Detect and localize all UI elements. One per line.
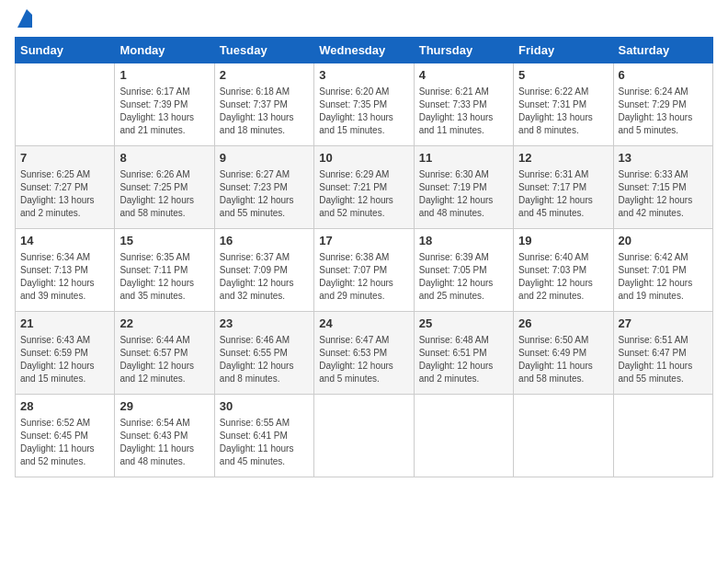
week-row-4: 21Sunrise: 6:43 AMSunset: 6:59 PMDayligh…	[16, 312, 713, 395]
calendar-cell: 10Sunrise: 6:29 AMSunset: 7:21 PMDayligh…	[314, 146, 414, 229]
calendar-cell: 26Sunrise: 6:50 AMSunset: 6:49 PMDayligh…	[514, 312, 613, 395]
calendar-cell: 12Sunrise: 6:31 AMSunset: 7:17 PMDayligh…	[514, 146, 613, 229]
logo-icon	[16, 9, 36, 29]
day-number: 1	[119, 67, 209, 84]
day-info: Sunrise: 6:26 AMSunset: 7:25 PMDaylight:…	[119, 168, 209, 220]
page-header	[15, 15, 713, 26]
day-number: 11	[419, 150, 508, 167]
calendar-cell: 7Sunrise: 6:25 AMSunset: 7:27 PMDaylight…	[16, 146, 115, 229]
calendar-cell: 15Sunrise: 6:35 AMSunset: 7:11 PMDayligh…	[115, 229, 214, 312]
day-number: 23	[220, 316, 309, 332]
day-number: 8	[119, 150, 209, 167]
day-number: 24	[319, 316, 408, 332]
day-number: 7	[20, 150, 109, 167]
day-info: Sunrise: 6:51 AMSunset: 6:47 PMDaylight:…	[619, 334, 708, 385]
day-number: 18	[419, 233, 508, 249]
day-number: 5	[518, 67, 608, 84]
day-info: Sunrise: 6:40 AMSunset: 7:03 PMDaylight:…	[518, 251, 608, 303]
calendar-cell: 19Sunrise: 6:40 AMSunset: 7:03 PMDayligh…	[514, 229, 613, 312]
day-info: Sunrise: 6:25 AMSunset: 7:27 PMDaylight:…	[20, 168, 109, 220]
day-number: 21	[20, 316, 109, 332]
day-info: Sunrise: 6:35 AMSunset: 7:11 PMDaylight:…	[119, 251, 209, 303]
week-row-2: 7Sunrise: 6:25 AMSunset: 7:27 PMDaylight…	[16, 146, 713, 229]
day-header-wednesday: Wednesday	[314, 38, 414, 63]
calendar-cell: 13Sunrise: 6:33 AMSunset: 7:15 PMDayligh…	[613, 146, 712, 229]
day-number: 26	[518, 316, 608, 332]
day-info: Sunrise: 6:34 AMSunset: 7:13 PMDaylight:…	[20, 251, 109, 303]
calendar-cell: 3Sunrise: 6:20 AMSunset: 7:35 PMDaylight…	[314, 63, 414, 146]
day-info: Sunrise: 6:48 AMSunset: 6:51 PMDaylight:…	[419, 334, 508, 385]
calendar-cell: 22Sunrise: 6:44 AMSunset: 6:57 PMDayligh…	[115, 312, 214, 395]
day-number: 6	[619, 67, 708, 84]
day-number: 28	[20, 398, 109, 415]
calendar-cell: 30Sunrise: 6:55 AMSunset: 6:41 PMDayligh…	[214, 395, 313, 477]
calendar-cell: 8Sunrise: 6:26 AMSunset: 7:25 PMDaylight…	[115, 146, 214, 229]
calendar-cell: 1Sunrise: 6:17 AMSunset: 7:39 PMDaylight…	[115, 63, 214, 146]
day-number: 22	[119, 316, 209, 332]
day-header-sunday: Sunday	[16, 38, 115, 63]
day-number: 9	[220, 150, 309, 167]
day-info: Sunrise: 6:43 AMSunset: 6:59 PMDaylight:…	[20, 334, 109, 385]
calendar-cell: 11Sunrise: 6:30 AMSunset: 7:19 PMDayligh…	[414, 146, 513, 229]
day-header-monday: Monday	[115, 38, 214, 63]
day-header-saturday: Saturday	[613, 38, 712, 63]
calendar-cell: 21Sunrise: 6:43 AMSunset: 6:59 PMDayligh…	[16, 312, 115, 395]
calendar-cell: 25Sunrise: 6:48 AMSunset: 6:51 PMDayligh…	[414, 312, 513, 395]
day-info: Sunrise: 6:44 AMSunset: 6:57 PMDaylight:…	[119, 334, 209, 385]
day-header-friday: Friday	[514, 38, 613, 63]
day-number: 15	[119, 233, 209, 249]
calendar-cell	[314, 395, 414, 477]
day-info: Sunrise: 6:47 AMSunset: 6:53 PMDaylight:…	[319, 334, 408, 385]
day-info: Sunrise: 6:24 AMSunset: 7:29 PMDaylight:…	[619, 86, 708, 137]
day-number: 17	[319, 233, 408, 249]
calendar-cell: 27Sunrise: 6:51 AMSunset: 6:47 PMDayligh…	[613, 312, 712, 395]
day-number: 16	[220, 233, 309, 249]
day-number: 14	[20, 233, 109, 249]
day-header-thursday: Thursday	[414, 38, 513, 63]
day-info: Sunrise: 6:55 AMSunset: 6:41 PMDaylight:…	[220, 417, 309, 468]
day-info: Sunrise: 6:21 AMSunset: 7:33 PMDaylight:…	[419, 86, 508, 137]
calendar-cell: 29Sunrise: 6:54 AMSunset: 6:43 PMDayligh…	[115, 395, 214, 477]
logo	[15, 15, 36, 26]
day-info: Sunrise: 6:52 AMSunset: 6:45 PMDaylight:…	[20, 417, 109, 468]
day-info: Sunrise: 6:33 AMSunset: 7:15 PMDaylight:…	[619, 168, 708, 220]
calendar-table: SundayMondayTuesdayWednesdayThursdayFrid…	[15, 37, 713, 477]
day-info: Sunrise: 6:54 AMSunset: 6:43 PMDaylight:…	[119, 417, 209, 468]
day-info: Sunrise: 6:30 AMSunset: 7:19 PMDaylight:…	[419, 168, 508, 220]
day-number: 10	[319, 150, 408, 167]
day-number: 25	[419, 316, 508, 332]
day-info: Sunrise: 6:17 AMSunset: 7:39 PMDaylight:…	[119, 86, 209, 137]
day-number: 3	[319, 67, 408, 84]
calendar-cell	[414, 395, 513, 477]
day-info: Sunrise: 6:31 AMSunset: 7:17 PMDaylight:…	[518, 168, 608, 220]
day-info: Sunrise: 6:18 AMSunset: 7:37 PMDaylight:…	[220, 86, 309, 137]
calendar-cell: 6Sunrise: 6:24 AMSunset: 7:29 PMDaylight…	[613, 63, 712, 146]
calendar-cell	[16, 63, 115, 146]
day-info: Sunrise: 6:50 AMSunset: 6:49 PMDaylight:…	[518, 334, 608, 385]
day-number: 13	[619, 150, 708, 167]
day-header-tuesday: Tuesday	[214, 38, 313, 63]
day-info: Sunrise: 6:46 AMSunset: 6:55 PMDaylight:…	[220, 334, 309, 385]
day-number: 12	[518, 150, 608, 167]
week-row-1: 1Sunrise: 6:17 AMSunset: 7:39 PMDaylight…	[16, 63, 713, 146]
calendar-cell	[613, 395, 712, 477]
day-info: Sunrise: 6:39 AMSunset: 7:05 PMDaylight:…	[419, 251, 508, 303]
day-info: Sunrise: 6:42 AMSunset: 7:01 PMDaylight:…	[619, 251, 708, 303]
week-row-3: 14Sunrise: 6:34 AMSunset: 7:13 PMDayligh…	[16, 229, 713, 312]
day-info: Sunrise: 6:27 AMSunset: 7:23 PMDaylight:…	[220, 168, 309, 220]
calendar-cell: 17Sunrise: 6:38 AMSunset: 7:07 PMDayligh…	[314, 229, 414, 312]
calendar-cell: 24Sunrise: 6:47 AMSunset: 6:53 PMDayligh…	[314, 312, 414, 395]
day-info: Sunrise: 6:38 AMSunset: 7:07 PMDaylight:…	[319, 251, 408, 303]
day-number: 27	[619, 316, 708, 332]
calendar-cell: 23Sunrise: 6:46 AMSunset: 6:55 PMDayligh…	[214, 312, 313, 395]
day-number: 29	[119, 398, 209, 415]
calendar-cell: 20Sunrise: 6:42 AMSunset: 7:01 PMDayligh…	[613, 229, 712, 312]
calendar-body: 1Sunrise: 6:17 AMSunset: 7:39 PMDaylight…	[16, 63, 713, 477]
day-info: Sunrise: 6:29 AMSunset: 7:21 PMDaylight:…	[319, 168, 408, 220]
calendar-cell: 18Sunrise: 6:39 AMSunset: 7:05 PMDayligh…	[414, 229, 513, 312]
day-info: Sunrise: 6:37 AMSunset: 7:09 PMDaylight:…	[220, 251, 309, 303]
calendar-cell: 28Sunrise: 6:52 AMSunset: 6:45 PMDayligh…	[16, 395, 115, 477]
day-info: Sunrise: 6:20 AMSunset: 7:35 PMDaylight:…	[319, 86, 408, 137]
day-number: 4	[419, 67, 508, 84]
calendar-cell: 2Sunrise: 6:18 AMSunset: 7:37 PMDaylight…	[214, 63, 313, 146]
